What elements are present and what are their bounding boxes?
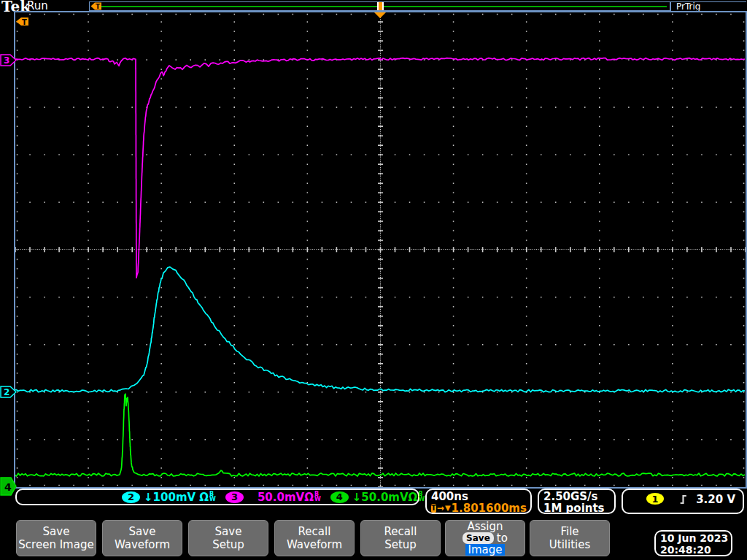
trigger-status-box: PrTrig: [670, 1, 746, 12]
svg-text:4: 4: [4, 481, 12, 493]
recall-waveform-button[interactable]: RecallWaveform: [274, 520, 355, 556]
time-value: 20:48:20: [660, 544, 731, 556]
channel-4-readout[interactable]: 4 ↓50.0mV Ω BW: [330, 491, 425, 504]
assign-save-button[interactable]: Assign Save to Image: [445, 520, 525, 556]
channel-2-badge: 2: [122, 491, 140, 503]
delay-marker-icon: ▼: [445, 504, 451, 512]
bandwidth-limit-icon: BW: [209, 491, 216, 502]
save-key-icon: Save: [462, 532, 494, 544]
trigger-badge-icon: T: [431, 504, 436, 513]
date-value: 10 Jun 2023: [660, 532, 731, 544]
bandwidth-limit-icon: BW: [418, 491, 425, 502]
record-trigger-position-icon: T: [90, 2, 102, 10]
channel-4-badge: 4: [330, 491, 349, 503]
record-length: 1M points: [543, 502, 610, 514]
svg-text:T: T: [22, 18, 27, 26]
save-screen-image-button[interactable]: SaveScreen Image: [16, 520, 96, 556]
expansion-point-icon: [374, 12, 386, 18]
waveform-display: [15, 12, 746, 487]
recall-setup-button[interactable]: RecallSetup: [360, 520, 441, 556]
channel-3-coupling: Ω: [304, 491, 314, 504]
window-position-marker[interactable]: [377, 2, 384, 10]
trigger-delay-value: 1.801600ms: [452, 502, 527, 515]
trigger-delay-readout: T → ▼ 1.801600ms: [431, 502, 526, 513]
arrow-right-icon: →: [437, 503, 444, 513]
oscilloscope-screen: Tek Run T PrTrig T 3 2 4 2 ↓100mV Ω BW: [0, 0, 747, 560]
svg-text:3: 3: [4, 55, 9, 66]
rising-edge-icon: [680, 494, 689, 505]
record-view-bar: T: [89, 1, 670, 11]
trigger-level-value: 3.20 V: [696, 493, 743, 506]
channel-2-readout[interactable]: 2 ↓100mV Ω BW: [122, 491, 216, 504]
channel-3-scale: 50.0mV: [258, 491, 304, 504]
save-setup-button[interactable]: SaveSetup: [188, 520, 268, 556]
channel-2-position-marker[interactable]: 2: [0, 386, 17, 398]
channel-readouts-box: 2 ↓100mV Ω BW 3 50.0mV Ω BW 4 ↓50.0mV Ω …: [15, 489, 419, 505]
channel-4-position-marker[interactable]: 4: [0, 477, 17, 496]
channel-3-badge: 3: [225, 491, 244, 503]
channel-2-scale: ↓100mV: [144, 491, 199, 504]
svg-text:T: T: [96, 3, 101, 10]
graticule: [14, 11, 747, 489]
save-waveform-button[interactable]: SaveWaveform: [102, 520, 182, 556]
assign-target-value: Image: [465, 544, 506, 556]
datetime-box: 10 Jun 2023 20:48:20: [654, 530, 732, 556]
bandwidth-limit-icon: BW: [314, 491, 321, 502]
svg-text:2: 2: [4, 387, 9, 397]
channel-3-readout[interactable]: 3 50.0mV Ω BW: [225, 491, 321, 504]
acquisition-readout-box[interactable]: 2.50GS/s 1M points: [538, 489, 616, 514]
channel-2-coupling: Ω: [199, 491, 209, 504]
trigger-readout-box[interactable]: 1 3.20 V: [622, 489, 744, 514]
trigger-source-badge: 1: [646, 493, 664, 505]
trigger-offscreen-left-icon: T: [15, 17, 29, 26]
channel-3-position-marker[interactable]: 3: [0, 54, 17, 66]
file-utilities-button[interactable]: FileUtilities: [530, 520, 610, 556]
channel-4-coupling: Ω: [409, 491, 418, 504]
channel-4-scale: ↓50.0mV: [352, 491, 409, 504]
timebase-readout-box[interactable]: 400ns T → ▼ 1.801600ms: [425, 489, 532, 514]
sample-rate: 2.50GS/s: [543, 491, 610, 502]
